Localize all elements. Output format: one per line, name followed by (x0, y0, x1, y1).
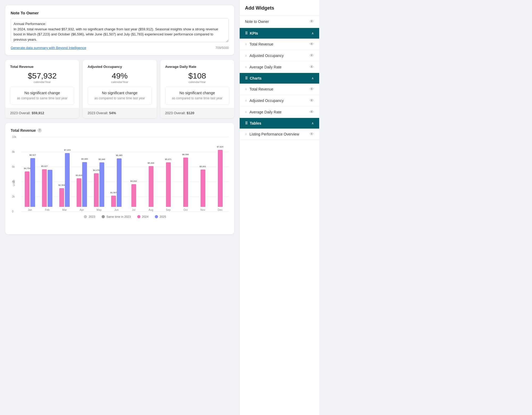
drag-icon-0-2: ≡ (245, 65, 247, 69)
bar-2024-Oct: $6,596 (183, 158, 188, 207)
bar-label-2025-Mar: $7,223 (64, 149, 70, 151)
sidebar-item-Charts-2[interactable]: ≡ Average Daily Rate 👁 (240, 106, 319, 118)
eye-icon-1-2[interactable]: 👁 (310, 110, 314, 114)
eye-icon-2-0[interactable]: 👁 (310, 132, 314, 137)
grid-label-2000: 2k (12, 195, 15, 198)
legend-label-2: 2024 (142, 215, 148, 218)
sidebar-section-KPIs[interactable]: ⠿ KPIs ∧ (240, 28, 319, 39)
kpi-value-1: 49% (88, 71, 152, 80)
bar-label-2025-May: $5,946 (99, 158, 105, 161)
bars-wrapper-Jun: $1,507$6,485 (111, 137, 122, 207)
sidebar-item-Charts-1[interactable]: ≡ Adjusted Occupancy 👁 (240, 95, 319, 106)
sidebar-item-left-1-1: ≡ Adjusted Occupancy (245, 98, 284, 103)
bar-label-2024-Jul: $3,032 (130, 180, 137, 182)
eye-icon-note[interactable]: 👁 (310, 19, 314, 24)
bar-2024-Apr: $3,816 (77, 178, 81, 207)
chart-area: 10k8k6k4k2k0 $4,754$6,527Jan$5,027Feb$2,… (21, 137, 229, 211)
bar-2024-Feb: $5,027 (42, 169, 47, 207)
bar-label-2024-May: $4,476 (93, 169, 99, 171)
kpi-change-desc-2: as compared to same time last year (168, 96, 226, 101)
bar-2025-Jun: $6,485 (117, 158, 122, 207)
kpi-card-2: Average Daily Rate $108 calendarYear No … (160, 60, 234, 118)
bars-wrapper-Jul: $3,032 (131, 137, 136, 207)
legend-item-3: 2025 (155, 215, 166, 218)
bar-2025-May: $5,946 (99, 162, 104, 207)
sidebar-item-KPIs-1[interactable]: ≡ Adjusted Occupancy 👁 (240, 50, 319, 61)
bars-wrapper-Apr: $3,816$5,995 (77, 137, 87, 207)
drag-icon-2-0: ≡ (245, 132, 247, 136)
legend-dot-2 (137, 215, 140, 218)
bar-2024-Mar: $2,504 (59, 188, 64, 207)
sidebar-section-label-0: KPIs (250, 31, 258, 35)
grid-line-10000 (21, 137, 229, 137)
bar-2025-Mar: $7,223 (65, 153, 70, 207)
grid-lines: 10k8k6k4k2k0 (21, 137, 229, 211)
drag-icon-1-2: ≡ (245, 110, 247, 114)
drag-icon-0-0: ≡ (245, 42, 247, 46)
grid-icon-0: ⠿ (245, 31, 248, 35)
bar-2024-Nov: $5,001 (201, 170, 205, 207)
sidebar-note-label: Note to Owner (245, 19, 269, 24)
sidebar-item-left-1-2: ≡ Average Daily Rate (245, 110, 281, 114)
bar-chart-container: USD 10k8k6k4k2k0 $4,754$6,527Jan$5,027Fe… (11, 137, 229, 229)
kpi-card-0: Total Revenue $57,932 calendarYear No si… (5, 60, 79, 118)
eye-icon-1-1[interactable]: 👁 (310, 98, 314, 103)
sidebar-item-label-2-0: Listing Performance Overview (250, 132, 299, 136)
sidebar-item-label-1-0: Total Revenue (250, 87, 273, 91)
sidebar-note-to-owner[interactable]: Note to Owner 👁 (240, 15, 319, 28)
eye-icon-0-2[interactable]: 👁 (310, 65, 314, 69)
bars-wrapper-Dec: $7,624 (218, 137, 223, 207)
legend-label-3: 2025 (160, 215, 166, 218)
sidebar-item-KPIs-0[interactable]: ≡ Total Revenue 👁 (240, 39, 319, 50)
chart-title: Total Revenue (11, 128, 36, 133)
grid-line-8000 (21, 152, 229, 152)
bars-wrapper-Oct: $6,596 (183, 137, 188, 207)
chart-header: Total Revenue ? (11, 128, 229, 133)
note-title: Note To Owner (11, 11, 229, 15)
help-icon[interactable]: ? (38, 128, 42, 133)
legend-dot-3 (155, 215, 158, 218)
eye-icon-1-0[interactable]: 👁 (310, 87, 314, 92)
sidebar-item-Tables-0[interactable]: ≡ Listing Performance Overview 👁 (240, 129, 319, 140)
generate-link[interactable]: Generate data summary with Beyond Intell… (11, 46, 86, 50)
kpi-change-title-2: No significant change (168, 91, 226, 95)
kpi-period-0: calendarYear (10, 80, 74, 84)
kpi-change-desc-0: as compared to same time last year (13, 96, 71, 101)
bars-wrapper-Sep: $5,971 (166, 137, 171, 207)
sidebar-item-left-1-0: ≡ Total Revenue (245, 87, 273, 91)
sidebar-item-left-0-0: ≡ Total Revenue (245, 42, 273, 46)
sidebar-item-KPIs-2[interactable]: ≡ Average Daily Rate 👁 (240, 61, 319, 73)
legend-dot-1 (102, 215, 105, 218)
note-to-owner-card: Note To Owner Annual Performance: In 202… (5, 5, 234, 55)
char-count: 709/5000 (215, 46, 229, 50)
bars-wrapper-Mar: $2,504$7,223 (59, 137, 70, 207)
sidebar-section-label-2: Tables (250, 121, 261, 125)
eye-icon-0-0[interactable]: 👁 (310, 42, 314, 47)
kpi-row: Total Revenue $57,932 calendarYear No si… (5, 60, 234, 118)
sidebar: Add Widgets Note to Owner 👁 ⠿ KPIs ∧ ≡ T… (239, 0, 319, 415)
chevron-icon-1: ∧ (311, 76, 314, 80)
sidebar-section-Tables[interactable]: ⠿ Tables ∧ (240, 118, 319, 129)
bar-label-2024-Oct: $6,596 (182, 153, 189, 156)
note-textarea[interactable]: Annual Performance: In 2024, total reven… (11, 18, 229, 42)
chart-card: Total Revenue ? USD 10k8k6k4k2k0 $4,754$… (5, 123, 234, 234)
grid-icon-2: ⠿ (245, 121, 248, 125)
bar-label-2024-Sep: $5,971 (165, 158, 171, 161)
sidebar-section-Charts[interactable]: ⠿ Charts ∧ (240, 73, 319, 84)
legend-dot-0 (84, 215, 87, 218)
kpi-change-box-0: No significant change as compared to sam… (10, 87, 74, 105)
kpi-value-2: $108 (165, 71, 229, 80)
note-footer: Generate data summary with Beyond Intell… (11, 46, 229, 50)
sidebar-item-label-0-1: Adjusted Occupancy (250, 54, 284, 58)
bar-label-2024-Feb: $5,027 (41, 165, 48, 167)
sidebar-item-left-0-2: ≡ Average Daily Rate (245, 65, 281, 69)
sidebar-sections: ⠿ KPIs ∧ ≡ Total Revenue 👁 ≡ Adjusted Oc… (240, 28, 319, 140)
bar-label-2025-Jan: $6,527 (30, 154, 36, 156)
bar-label-2025-Apr: $5,995 (81, 158, 88, 160)
bar-label-2024-Apr: $3,816 (76, 174, 82, 176)
sidebar-item-Charts-0[interactable]: ≡ Total Revenue 👁 (240, 84, 319, 95)
eye-icon-0-1[interactable]: 👁 (310, 53, 314, 58)
kpi-change-desc-1: as compared to same time last year (90, 96, 149, 101)
bar-2024-Jan: $4,754 (25, 171, 30, 207)
kpi-card-1: Adjusted Occupancy 49% calendarYear No s… (83, 60, 156, 118)
